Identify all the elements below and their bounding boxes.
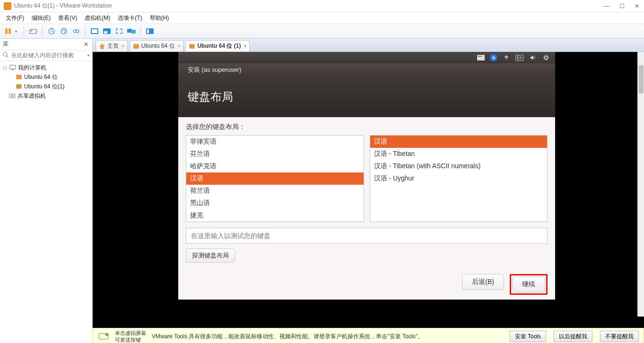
menu-vm[interactable]: 虚拟机(M) — [82, 13, 113, 23]
svg-rect-3 — [31, 30, 32, 31]
vm-viewport[interactable]: ✲ En 安装 (as superuser) 键盘布局 选择您的键盘布局： 菲律… — [93, 52, 644, 328]
close-button[interactable]: ✕ — [634, 3, 640, 9]
hint-message: VMware Tools 具有很多功能，能改善鼠标移动性、视频和性能。请登录客户… — [152, 333, 502, 341]
list-item[interactable]: 汉语 — [186, 172, 364, 185]
svg-rect-13 — [131, 30, 136, 34]
tree-vm-ubuntu64[interactable]: Ubuntu 64 位 — [0, 72, 92, 82]
toolbar-separator — [140, 26, 141, 36]
svg-rect-18 — [10, 65, 16, 69]
continue-button[interactable]: 继续 — [512, 276, 545, 292]
tab-ubuntu64-1[interactable]: Ubuntu 64 位 (1) × — [185, 40, 250, 51]
sidebar-close-button[interactable]: ✕ — [83, 41, 89, 48]
minimize-button[interactable]: — — [603, 3, 610, 9]
snapshot-revert-button[interactable] — [59, 26, 69, 36]
svg-rect-2 — [30, 29, 36, 34]
svg-point-33 — [545, 56, 548, 59]
list-item[interactable]: 黑山语 — [186, 197, 364, 209]
tab-close-button[interactable]: × — [178, 43, 181, 49]
list-item[interactable]: 菲律宾语 — [186, 136, 364, 148]
svg-point-6 — [73, 30, 76, 33]
toolbar: ▾ — [0, 24, 644, 39]
menu-edit[interactable]: 编辑(E) — [29, 13, 53, 23]
list-item[interactable]: 捷克 — [186, 209, 364, 222]
svg-rect-30 — [478, 56, 479, 57]
remind-later-button[interactable]: 以后提醒我 — [554, 331, 592, 342]
tab-close-button[interactable]: × — [244, 43, 246, 49]
vm-icon — [15, 73, 23, 81]
hint-line2: 可发送按键 — [115, 336, 146, 343]
list-item[interactable]: 芬兰语 — [186, 148, 364, 160]
power-dropdown[interactable]: ▾ — [15, 29, 20, 34]
show-hide-library-button[interactable] — [145, 26, 155, 36]
snapshot-manager-button[interactable] — [71, 26, 81, 36]
guest-top-panel: ✲ En — [178, 52, 555, 63]
accessibility-icon[interactable]: ✲ — [490, 54, 497, 61]
vm-icon — [133, 43, 139, 50]
svg-rect-20 — [17, 75, 21, 79]
tab-label: Ubuntu 64 位 (1) — [197, 42, 241, 50]
fullscreen-button[interactable] — [89, 26, 100, 36]
vm-running-icon — [189, 43, 195, 50]
svg-point-5 — [61, 28, 67, 34]
svg-point-25 — [11, 95, 13, 97]
tree-label: 共享虚拟机 — [17, 92, 46, 100]
list-item[interactable]: 汉语 — [370, 136, 548, 148]
list-item[interactable]: 汉语 - Tibetan — [370, 148, 548, 160]
tree-vm-ubuntu64-1[interactable]: Ubuntu 64 位(1) — [0, 82, 92, 91]
computer-icon — [9, 64, 17, 71]
multiple-monitors-button[interactable] — [126, 26, 137, 36]
svg-rect-32 — [481, 56, 482, 57]
back-button[interactable]: 后退(B) — [462, 274, 504, 290]
input-language-indicator[interactable]: En — [515, 55, 524, 61]
menu-bar: 文件(F) 编辑(E) 查看(V) 虚拟机(M) 选项卡(T) 帮助(H) — [0, 12, 644, 24]
keyboard-variant-list[interactable]: 汉语 汉语 - Tibetan 汉语 - Tibetan (with ASCII… — [370, 135, 548, 222]
vm-scrollbar[interactable] — [637, 52, 644, 317]
never-remind-button[interactable]: 不要提醒我 — [600, 331, 639, 342]
tree-label: Ubuntu 64 位 — [24, 73, 58, 81]
svg-rect-15 — [147, 29, 149, 33]
svg-rect-26 — [134, 44, 139, 48]
unity-button[interactable] — [102, 26, 112, 36]
menu-tabs[interactable]: 选项卡(T) — [115, 13, 145, 23]
keyboard-test-input[interactable] — [186, 228, 548, 244]
library-tree: ▢ 我的计算机 Ubuntu 64 位 Ubuntu 64 位(1) 共享虚拟机 — [0, 61, 92, 103]
network-icon[interactable] — [502, 54, 511, 61]
menu-file[interactable]: 文件(F) — [3, 13, 27, 23]
svg-rect-0 — [5, 28, 8, 34]
list-item[interactable]: 哈萨克语 — [186, 160, 364, 172]
home-icon — [99, 43, 105, 50]
console-view-button[interactable] — [114, 26, 124, 36]
tab-ubuntu64[interactable]: Ubuntu 64 位 × — [130, 40, 184, 51]
sound-icon[interactable] — [529, 54, 537, 61]
tree-label: Ubuntu 64 位(1) — [24, 83, 64, 91]
scrollbar-thumb[interactable] — [639, 65, 644, 94]
detect-keyboard-button[interactable]: 探测键盘布局 — [186, 249, 235, 263]
sidebar-search-input[interactable] — [11, 52, 86, 59]
send-ctrl-alt-del-button[interactable] — [28, 26, 38, 36]
shared-icon — [9, 92, 16, 100]
list-item[interactable]: 荷兰语 — [186, 185, 364, 197]
tree-shared-vms[interactable]: 共享虚拟机 — [0, 91, 92, 101]
snapshot-take-button[interactable] — [46, 26, 57, 36]
keyboard-indicator-icon[interactable] — [477, 54, 485, 61]
maximize-button[interactable]: ☐ — [618, 3, 625, 9]
list-item[interactable]: 汉语 - Tibetan (with ASCII numerals) — [370, 160, 548, 172]
installer-title: 安装 (as superuser) — [178, 63, 555, 77]
svg-rect-31 — [479, 56, 480, 57]
tab-close-button[interactable]: × — [122, 43, 124, 49]
toolbar-separator — [85, 26, 86, 36]
settings-gear-icon[interactable] — [542, 54, 550, 61]
install-tools-button[interactable]: 安装 Tools — [510, 331, 546, 342]
search-dropdown[interactable]: ▾ — [87, 53, 89, 58]
power-suspend-button[interactable] — [3, 26, 13, 36]
window-title: Ubuntu 64 位(1) - VMware Workstation — [14, 2, 603, 10]
tree-my-computer[interactable]: ▢ 我的计算机 — [0, 63, 92, 72]
list-item[interactable]: 汉语 - Uyghur — [370, 172, 548, 185]
tab-label: Ubuntu 64 位 — [141, 42, 175, 50]
tab-home[interactable]: 主页 × — [96, 40, 128, 51]
svg-point-7 — [76, 30, 79, 33]
keyboard-language-list[interactable]: 菲律宾语 芬兰语 哈萨克语 汉语 荷兰语 黑山语 捷克 — [186, 135, 364, 222]
menu-help[interactable]: 帮助(H) — [147, 13, 172, 23]
menu-view[interactable]: 查看(V) — [55, 13, 80, 23]
window-title-bar: Ubuntu 64 位(1) - VMware Workstation — ☐ … — [0, 0, 644, 12]
